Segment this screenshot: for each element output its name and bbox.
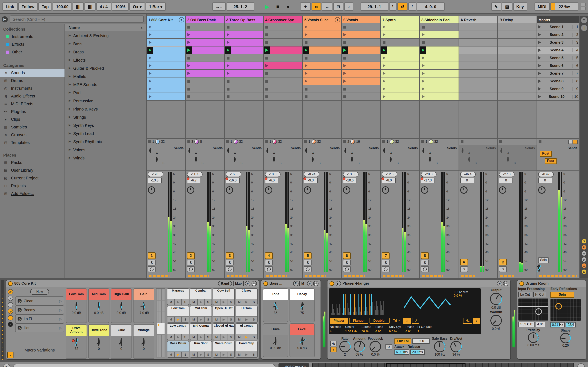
expand-triangle-icon[interactable]: ▶ — [69, 91, 71, 94]
send-a-knob[interactable] — [189, 149, 190, 152]
follow-button[interactable]: Follow — [18, 2, 38, 11]
clip-launch-button[interactable] — [225, 47, 231, 54]
clip-stop-button[interactable] — [264, 39, 270, 46]
category-clips[interactable]: ▸ Clips — [0, 115, 65, 123]
empty-clip-slot[interactable] — [264, 70, 302, 77]
macro-spiral-icon[interactable]: @ — [8, 289, 13, 294]
scene-slot[interactable]: Scene 5 5 — [537, 54, 579, 62]
spin-display[interactable] — [550, 299, 581, 321]
show-d-section-button[interactable]: D — [582, 257, 586, 262]
track-stop-button[interactable] — [460, 140, 463, 143]
macro-control-high-gain[interactable]: High Gain 0.0 dB — [111, 288, 132, 323]
lo-cut-button[interactable]: Lo Cut — [518, 292, 532, 297]
warmth-value[interactable]: 0.0 % — [492, 327, 501, 331]
pad-play-button[interactable] — [174, 334, 182, 340]
macro-control-level[interactable]: Level 0.0 dB — [290, 323, 315, 357]
stop-all-clips-button[interactable] — [539, 140, 541, 143]
macro-variation-row[interactable]: ◎ Hot ▷ — [15, 323, 64, 332]
clip-stop-button[interactable] — [225, 54, 231, 62]
expand-triangle-icon[interactable]: ▶ — [69, 83, 71, 86]
empty-clip-slot[interactable] — [225, 23, 263, 31]
track-stop-button[interactable] — [304, 140, 307, 143]
map-button[interactable]: Map — [233, 281, 244, 286]
category-audio-effects[interactable]: ‖| Audio Effects — [0, 92, 65, 100]
clip-stop-button[interactable] — [186, 54, 192, 62]
rate-hz-button[interactable]: Hz — [330, 341, 337, 346]
expand-triangle-icon[interactable]: ▶ — [69, 67, 71, 70]
clip-slot[interactable] — [342, 70, 380, 77]
clip-stop-button[interactable] — [420, 39, 426, 46]
track-header[interactable]: 3 Three Op Bass — [225, 16, 263, 23]
clip-launch-button[interactable] — [381, 47, 387, 54]
volume-field[interactable]: 0 — [460, 178, 474, 183]
search-input[interactable]: Search (Cmd + F) — [10, 16, 144, 23]
clip-slot[interactable] — [381, 31, 419, 39]
clip-launch-button[interactable] — [264, 62, 270, 69]
clip-launch-button[interactable] — [420, 77, 426, 85]
category-drums[interactable]: ⊞ Drums — [0, 77, 65, 84]
amount-control[interactable]: Amount 65 % — [353, 337, 365, 356]
clip-launch-button[interactable] — [186, 39, 192, 46]
send-b-knob[interactable] — [156, 157, 158, 161]
pad-solo-button[interactable]: S — [205, 334, 211, 340]
macro-control-gain[interactable]: Gain -7.0 dB — [133, 288, 154, 323]
clip-slot[interactable] — [420, 54, 458, 62]
scene-launch-button[interactable] — [538, 72, 541, 75]
clip-slot[interactable] — [147, 62, 185, 70]
chevron-down-icon[interactable]: ▼ — [179, 17, 184, 22]
browser-folder-row[interactable]: ▶ MPE Sounds — [65, 80, 146, 89]
clip-slot[interactable] — [303, 70, 341, 77]
preview-button[interactable]: ▶ — [3, 364, 10, 367]
mode-phaser-button[interactable]: Phaser — [330, 318, 348, 324]
clip-launch-button[interactable] — [381, 23, 387, 31]
param-blend[interactable]: Blend0.00 — [375, 325, 383, 333]
volume-field[interactable]: -17.3 — [421, 178, 435, 183]
pad-mute-button[interactable]: M — [190, 352, 198, 357]
spin-rate-field[interactable]: 0.11 Hz — [550, 322, 565, 327]
send-b-knob[interactable] — [234, 157, 236, 161]
drum-pad-mid-tom[interactable]: Mid Tom M S — [190, 306, 212, 323]
browser-folder-row[interactable]: ▶ Mallets — [65, 72, 146, 80]
pad-solo-button[interactable]: S — [250, 317, 257, 322]
solo-button[interactable]: S — [265, 260, 273, 266]
clip-stop-button[interactable] — [225, 77, 231, 85]
track-activator[interactable]: 8 — [421, 252, 429, 259]
clip-stop-button[interactable] — [264, 85, 270, 92]
rate-control[interactable]: Rate 2 — [339, 337, 351, 356]
clip-slot[interactable] — [303, 62, 341, 70]
hot-swap-icon[interactable]: ↻ — [307, 281, 312, 286]
track-header[interactable]: 2 Oxi Bass Rack — [186, 16, 224, 23]
clip-stop-button[interactable] — [264, 70, 270, 77]
play-button[interactable]: ▶ — [261, 2, 272, 11]
predelay-control[interactable]: Predelay 8.00 ms — [518, 328, 548, 347]
place-current-project[interactable]: ▧ Current Project — [0, 174, 65, 182]
place-user-library[interactable]: ▤ User Library — [0, 166, 65, 174]
scene-launch-button[interactable] — [538, 33, 541, 36]
pad-solo-button[interactable]: S — [227, 317, 234, 322]
clip-launch-button[interactable] — [186, 47, 192, 54]
macro-variation-row[interactable]: ◎ Boomy ▷ — [15, 305, 64, 314]
category-templates[interactable]: ⊟ Templates — [0, 139, 65, 146]
pad-play-button[interactable] — [174, 317, 182, 322]
clip-launch-button[interactable] — [342, 70, 348, 77]
pad-mute-button[interactable]: M — [236, 334, 243, 340]
track-stop-button[interactable] — [226, 140, 229, 143]
empty-clip-slot[interactable] — [225, 77, 263, 85]
clip-launch-button[interactable] — [186, 62, 192, 69]
time-signature-field[interactable]: 4 / 4 — [96, 2, 111, 11]
clip-slot[interactable] — [147, 93, 185, 101]
send-a-post-button[interactable]: Post — [540, 151, 552, 157]
send-a-knob[interactable] — [306, 149, 307, 152]
clip-launch-button[interactable] — [147, 54, 153, 62]
pad-solo-button[interactable]: S — [250, 299, 257, 305]
clip-slot[interactable] — [381, 70, 419, 77]
scene-launch-button[interactable] — [538, 49, 541, 52]
track-activator[interactable]: 7 — [382, 252, 390, 259]
clip-slot[interactable] — [342, 77, 380, 85]
clip-stop-button[interactable] — [303, 39, 309, 46]
pad-mute-button[interactable]: M — [190, 334, 198, 340]
back-to-arrangement-button[interactable]: ← — [322, 2, 332, 11]
scene-launch-button[interactable] — [538, 80, 541, 83]
scene-launch-button[interactable] — [538, 87, 541, 91]
clip-slot[interactable] — [381, 54, 419, 62]
